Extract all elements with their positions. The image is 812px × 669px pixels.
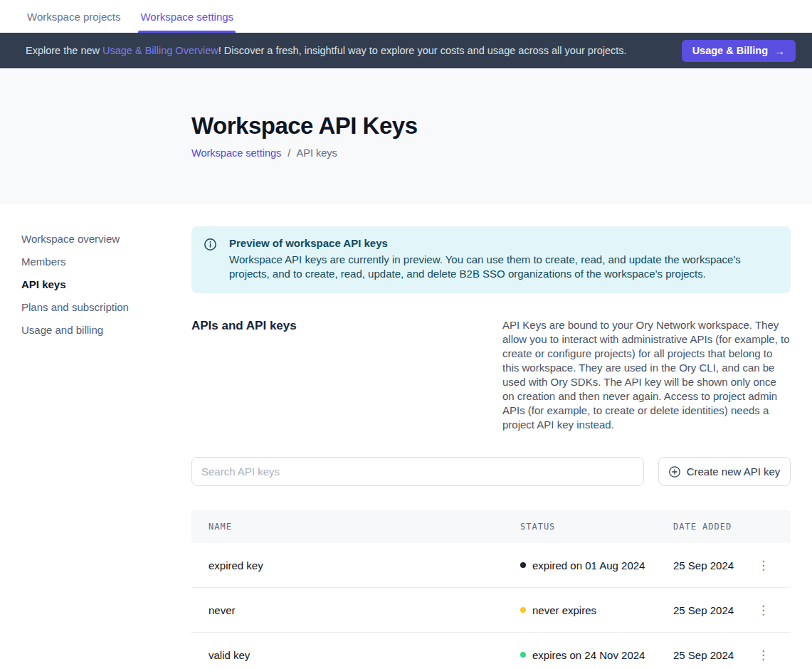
banner-text-before: Explore the new [26,45,102,56]
section-heading: APIs and API keys [191,318,502,432]
table-row: expired key expired on 01 Aug 2024 25 Se… [191,543,791,588]
info-circle-icon [204,238,216,281]
sidebar-item-usage-and-billing[interactable]: Usage and billing [21,319,191,342]
column-header-date-added: DATE ADDED [673,522,752,532]
alert-body: Preview of workspace API keys Workspace … [229,237,774,281]
api-keys-toolbar: Create new API key [191,457,791,486]
api-key-name: expired key [209,559,520,571]
api-key-name: valid key [209,649,520,661]
create-api-key-button[interactable]: Create new API key [658,457,791,486]
status-text: expires on 24 Nov 2024 [532,649,645,661]
column-header-name: NAME [209,522,520,532]
page-title: Workspace API Keys [191,112,812,139]
api-keys-table: NAME STATUS DATE ADDED expired key expir… [191,510,791,669]
plus-circle-icon [669,466,680,478]
api-key-status: never expires [520,604,673,616]
content-layout: Workspace overview Members API keys Plan… [0,204,812,669]
api-key-status: expired on 01 Aug 2024 [520,559,673,571]
column-header-status: STATUS [520,522,673,532]
api-key-status: expires on 24 Nov 2024 [520,649,673,661]
table-row: valid key expires on 24 Nov 2024 25 Sep … [191,633,791,669]
tab-workspace-settings[interactable]: Workspace settings [138,0,236,33]
arrow-right-icon: → [774,45,785,57]
breadcrumb-current: API keys [297,147,337,159]
alert-title: Preview of workspace API keys [229,237,774,249]
kebab-menu-icon[interactable]: ⋮ [753,601,774,619]
section-apis-and-api-keys: APIs and API keys API Keys are bound to … [191,318,791,432]
search-input[interactable] [191,457,644,486]
table-header-row: NAME STATUS DATE ADDED [191,510,791,543]
tab-workspace-projects[interactable]: Workspace projects [25,0,122,33]
sidebar-item-api-keys[interactable]: API keys [21,273,191,296]
section-description: API Keys are bound to your Ory Network w… [502,318,791,432]
kebab-menu-icon[interactable]: ⋮ [753,646,774,664]
api-key-name: never [209,604,520,616]
usage-billing-overview-link[interactable]: Usage & Billing Overview [102,45,218,56]
main-content: Preview of workspace API keys Workspace … [191,204,791,669]
banner-text-after: ! Discover a fresh, insightful way to ex… [218,45,627,56]
status-dot [520,652,526,658]
sidebar-item-members[interactable]: Members [21,251,191,273]
breadcrumb: Workspace settings / API keys [191,147,812,159]
status-dot [520,607,526,613]
breadcrumb-separator: / [288,147,290,159]
api-key-date-added: 25 Sep 2024 [673,604,752,616]
kebab-menu-icon[interactable]: ⋮ [753,557,774,574]
sidebar-item-plans-and-subscription[interactable]: Plans and subscription [21,296,191,319]
status-text: never expires [532,604,596,616]
api-key-date-added: 25 Sep 2024 [673,559,752,571]
settings-sidebar: Workspace overview Members API keys Plan… [0,204,191,669]
announcement-banner: Explore the new Usage & Billing Overview… [0,33,812,68]
usage-billing-button-label: Usage & Billing [692,45,768,56]
table-row: never never expires 25 Sep 2024 ⋮ [191,588,791,633]
status-dot [520,562,526,568]
preview-alert: Preview of workspace API keys Workspace … [191,226,791,293]
page-header: Workspace API Keys Workspace settings / … [0,68,812,204]
api-key-date-added: 25 Sep 2024 [673,649,752,661]
create-api-key-button-label: Create new API key [687,465,781,478]
alert-text: Workspace API keys are currently in prev… [229,253,774,281]
top-nav: Workspace projects Workspace settings [0,0,812,33]
sidebar-item-workspace-overview[interactable]: Workspace overview [21,228,191,251]
breadcrumb-workspace-settings-link[interactable]: Workspace settings [191,147,281,159]
usage-billing-button[interactable]: Usage & Billing → [682,40,796,62]
status-text: expired on 01 Aug 2024 [532,559,645,571]
banner-text: Explore the new Usage & Billing Overview… [26,45,627,56]
